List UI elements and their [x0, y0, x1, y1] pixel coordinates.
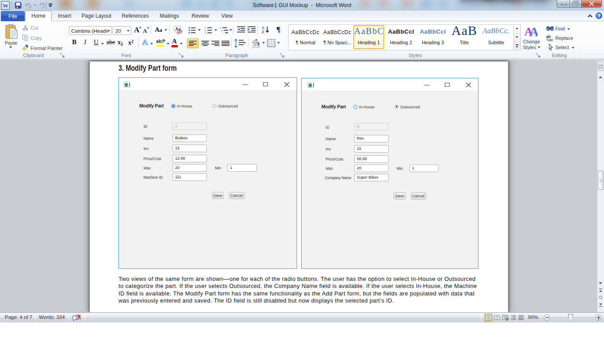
svg-text:Z: Z: [262, 30, 264, 34]
svg-text:i: i: [222, 32, 223, 34]
svg-text:ab: ab: [156, 38, 162, 44]
svg-text:3: 3: [204, 32, 206, 34]
svg-text:ac: ac: [549, 38, 553, 42]
svg-text:A: A: [529, 25, 538, 37]
